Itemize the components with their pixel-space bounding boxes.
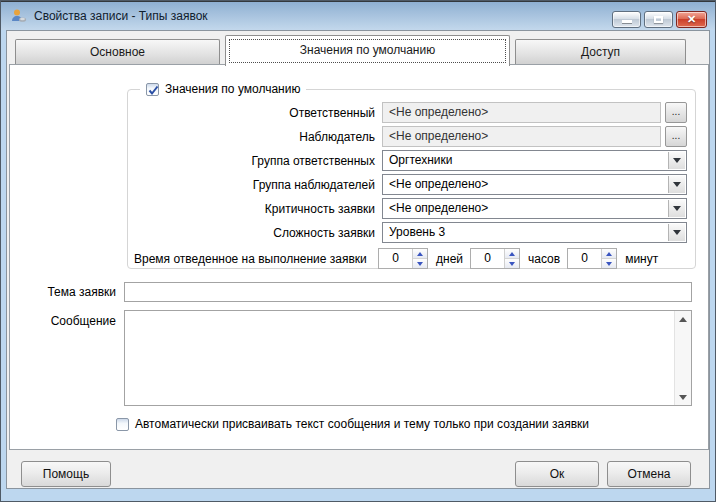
tab-default-values[interactable]: Значения по умолчанию bbox=[225, 35, 510, 66]
close-button[interactable]: ✕ bbox=[676, 11, 707, 28]
field-row: Группа ответственных Оргтехники bbox=[134, 150, 687, 171]
minimize-button[interactable] bbox=[612, 11, 641, 28]
tab-content-panel: Значения по умолчанию Ответственный <Не … bbox=[9, 64, 709, 450]
auto-assign-row: Автоматически присваивать текст сообщени… bbox=[116, 417, 589, 431]
minutes-unit-label: минут bbox=[625, 252, 658, 266]
maximize-button[interactable] bbox=[644, 11, 673, 28]
message-textarea[interactable] bbox=[125, 311, 674, 405]
complexity-label: Сложность заявки bbox=[134, 226, 382, 240]
minimize-icon bbox=[622, 20, 632, 23]
triangle-up-icon bbox=[606, 249, 612, 256]
minutes-spin-down-button[interactable] bbox=[602, 259, 616, 268]
complexity-combo[interactable]: Уровень 3 bbox=[382, 222, 687, 243]
hours-spin-down-button[interactable] bbox=[505, 259, 519, 268]
responsible-group-combo-value: Оргтехники bbox=[389, 153, 452, 167]
field-row: Сложность заявки Уровень 3 bbox=[134, 222, 687, 243]
tab-default-values-label: Значения по умолчанию bbox=[300, 43, 435, 57]
minutes-spinner[interactable]: 0 bbox=[567, 248, 617, 269]
triangle-up-icon bbox=[417, 249, 423, 256]
field-row: Группа наблюдателей <Не определено> bbox=[134, 174, 687, 195]
tab-access[interactable]: Доступ bbox=[515, 39, 686, 65]
window-title: Свойства записи - Типы заявок bbox=[34, 9, 208, 23]
observer-label: Наблюдатель bbox=[134, 130, 382, 144]
scroll-up-button[interactable] bbox=[675, 311, 691, 327]
criticality-combo[interactable]: <Не определено> bbox=[382, 198, 687, 219]
auto-assign-label: Автоматически присваивать текст сообщени… bbox=[135, 417, 589, 431]
complexity-combo-value: Уровень 3 bbox=[389, 225, 445, 239]
field-row: Критичность заявки <Не определено> bbox=[134, 198, 687, 219]
triangle-down-icon bbox=[606, 262, 612, 269]
message-scrollbar[interactable] bbox=[674, 311, 691, 405]
dialog-window: Свойства записи - Типы заявок ✕ Основное… bbox=[0, 0, 716, 502]
days-spinner-value[interactable]: 0 bbox=[379, 249, 412, 268]
criticality-label: Критичность заявки bbox=[134, 202, 382, 216]
titlebar[interactable]: Свойства записи - Типы заявок ✕ bbox=[1, 1, 715, 30]
default-values-legend: Значения по умолчанию bbox=[140, 82, 306, 96]
criticality-combo-value: <Не определено> bbox=[389, 201, 488, 215]
cancel-button[interactable]: Отмена bbox=[607, 461, 691, 487]
minutes-spin-up-button[interactable] bbox=[602, 249, 616, 259]
default-values-legend-label: Значения по умолчанию bbox=[165, 82, 300, 96]
ok-button[interactable]: Ок bbox=[515, 461, 599, 487]
combo-dropdown-button[interactable] bbox=[668, 200, 685, 217]
default-values-groupbox: Значения по умолчанию Ответственный <Не … bbox=[127, 89, 696, 269]
combo-dropdown-button[interactable] bbox=[668, 152, 685, 169]
triangle-up-icon bbox=[679, 313, 687, 322]
chevron-down-icon bbox=[673, 182, 681, 191]
hours-spinner[interactable]: 0 bbox=[470, 248, 520, 269]
dialog-client-area: Основное Значения по умолчанию Доступ Зн… bbox=[6, 30, 710, 489]
triangle-up-icon bbox=[509, 249, 515, 256]
observer-group-label: Группа наблюдателей bbox=[134, 178, 382, 192]
time-allotted-row: Время отведенное на выполнение заявки 0 … bbox=[134, 248, 689, 269]
responsible-group-combo[interactable]: Оргтехники bbox=[382, 150, 687, 171]
days-spin-down-button[interactable] bbox=[413, 259, 427, 268]
message-label: Сообщение bbox=[18, 310, 124, 406]
auto-assign-checkbox[interactable] bbox=[116, 418, 129, 431]
observer-group-combo[interactable]: <Не определено> bbox=[382, 174, 687, 195]
days-unit-label: дней bbox=[436, 252, 463, 266]
checkmark-icon bbox=[147, 84, 160, 97]
days-spinner[interactable]: 0 bbox=[378, 248, 428, 269]
field-row: Наблюдатель <Не определено> ... bbox=[134, 126, 687, 147]
observer-group-combo-value: <Не определено> bbox=[389, 177, 488, 191]
hours-spin-up-button[interactable] bbox=[505, 249, 519, 259]
triangle-down-icon bbox=[509, 262, 515, 269]
hours-spinner-value[interactable]: 0 bbox=[471, 249, 504, 268]
chevron-down-icon bbox=[673, 230, 681, 239]
triangle-down-icon bbox=[417, 262, 423, 269]
triangle-down-icon bbox=[679, 395, 687, 404]
record-properties-icon bbox=[11, 8, 27, 24]
responsible-picker-button[interactable]: ... bbox=[665, 102, 687, 123]
default-values-checkbox[interactable] bbox=[146, 83, 159, 96]
scroll-down-button[interactable] bbox=[675, 389, 691, 405]
tab-main[interactable]: Основное bbox=[15, 39, 220, 65]
responsible-field[interactable]: <Не определено> bbox=[382, 102, 661, 123]
combo-dropdown-button[interactable] bbox=[668, 176, 685, 193]
subject-label: Тема заявки bbox=[18, 285, 124, 299]
combo-dropdown-button[interactable] bbox=[668, 224, 685, 241]
hours-unit-label: часов bbox=[528, 252, 560, 266]
days-spin-up-button[interactable] bbox=[413, 249, 427, 259]
maximize-icon bbox=[654, 16, 663, 23]
time-allotted-label: Время отведенное на выполнение заявки bbox=[134, 252, 371, 266]
minutes-spinner-value[interactable]: 0 bbox=[568, 249, 601, 268]
field-row: Ответственный <Не определено> ... bbox=[134, 102, 687, 123]
responsible-label: Ответственный bbox=[134, 106, 382, 120]
close-icon: ✕ bbox=[677, 12, 706, 27]
help-button[interactable]: Помощь bbox=[21, 461, 111, 487]
message-row: Сообщение bbox=[18, 310, 692, 406]
chevron-down-icon bbox=[673, 158, 681, 167]
observer-picker-button[interactable]: ... bbox=[665, 126, 687, 147]
responsible-group-label: Группа ответственных bbox=[134, 154, 382, 168]
subject-row: Тема заявки bbox=[18, 282, 692, 302]
observer-field[interactable]: <Не определено> bbox=[382, 126, 661, 147]
subject-input[interactable] bbox=[124, 282, 692, 302]
message-box bbox=[124, 310, 692, 406]
chevron-down-icon bbox=[673, 206, 681, 215]
